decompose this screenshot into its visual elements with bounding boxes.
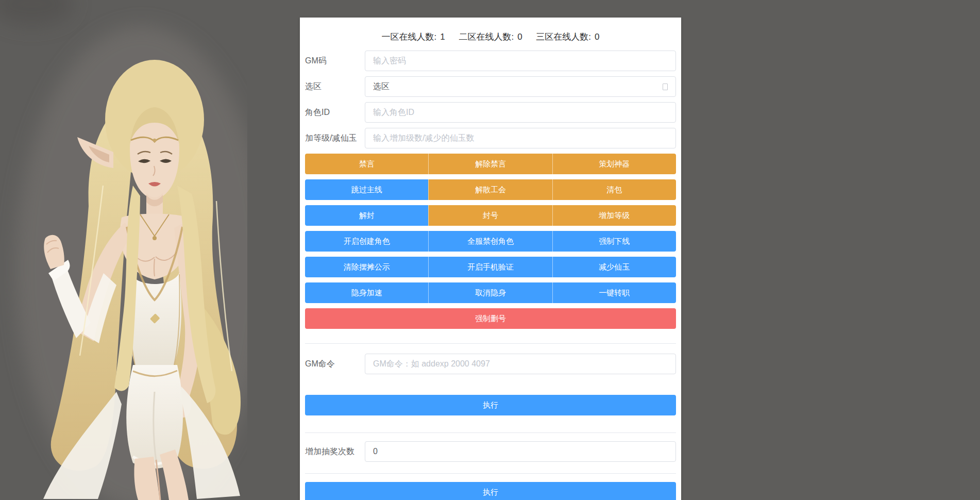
level-jade-row: 加等级/减仙玉 — [305, 128, 676, 148]
stealth-speed-button[interactable]: 隐身加速 — [305, 282, 428, 303]
online-stats: 一区在线人数:1 二区在线人数:0 三区在线人数:0 — [305, 30, 676, 44]
zone-row: 选区 选区 — [305, 76, 676, 97]
zone-select[interactable]: 选区 — [365, 76, 676, 97]
button-row-5: 清除摆摊公示 开启手机验证 减少仙玉 — [305, 257, 676, 277]
gm-panel: 一区在线人数:1 二区在线人数:0 三区在线人数:0 GM码 选区 选区 角色I… — [300, 18, 681, 500]
lottery-count-label: 增加抽奖次数 — [305, 441, 365, 462]
zone-label: 选区 — [305, 76, 365, 97]
section-divider — [305, 343, 676, 344]
disable-create-role-button[interactable]: 全服禁创角色 — [428, 231, 552, 252]
section-divider — [305, 432, 676, 433]
gm-command-label: GM命令 — [305, 354, 365, 374]
execute-button[interactable]: 执行 — [305, 395, 676, 415]
gm-code-input[interactable] — [365, 51, 676, 71]
change-class-button[interactable]: 一键转职 — [552, 282, 676, 303]
button-row-6: 隐身加速 取消隐身 一键转职 — [305, 282, 676, 303]
character-illustration — [0, 0, 247, 500]
force-offline-button[interactable]: 强制下线 — [552, 231, 676, 252]
reduce-jade-button[interactable]: 减少仙玉 — [552, 257, 676, 277]
gm-code-label: GM码 — [305, 51, 365, 71]
skip-mainline-button[interactable]: 跳过主线 — [305, 179, 428, 200]
button-row-4: 开启创建角色 全服禁创角色 强制下线 — [305, 231, 676, 252]
role-id-row: 角色ID — [305, 102, 676, 123]
disband-guild-button[interactable]: 解散工会 — [428, 179, 552, 200]
clear-stall-notice-button[interactable]: 清除摆摊公示 — [305, 257, 428, 277]
add-level-button[interactable]: 增加等级 — [552, 205, 676, 226]
cancel-stealth-button[interactable]: 取消隐身 — [428, 282, 552, 303]
ban-button[interactable]: 封号 — [428, 205, 552, 226]
button-row-2: 跳过主线 解散工会 清包 — [305, 179, 676, 200]
gm-code-row: GM码 — [305, 51, 676, 71]
enable-create-role-button[interactable]: 开启创建角色 — [305, 231, 428, 252]
role-id-input[interactable] — [365, 102, 676, 123]
execute-bottom-button[interactable]: 执行 — [305, 482, 676, 500]
gm-command-row: GM命令 — [305, 354, 676, 374]
zone2-online-stat: 二区在线人数:0 — [459, 30, 522, 44]
dropdown-caret-icon — [663, 84, 668, 90]
planner-tool-button[interactable]: 策划神器 — [552, 154, 676, 174]
zone1-online-stat: 一区在线人数:1 — [381, 30, 445, 44]
zone3-online-stat: 三区在线人数:0 — [536, 30, 599, 44]
unban-button[interactable]: 解封 — [305, 205, 428, 226]
gm-command-input[interactable] — [365, 354, 676, 374]
lottery-count-row: 增加抽奖次数 — [305, 441, 676, 462]
lottery-count-input[interactable] — [365, 441, 676, 462]
section-divider — [305, 473, 676, 474]
button-row-7: 强制删号 — [305, 308, 676, 329]
clear-bag-button[interactable]: 清包 — [552, 179, 676, 200]
unmute-button[interactable]: 解除禁言 — [428, 154, 552, 174]
button-row-3: 解封 封号 增加等级 — [305, 205, 676, 226]
level-jade-label: 加等级/减仙玉 — [305, 128, 365, 148]
phone-verify-button[interactable]: 开启手机验证 — [428, 257, 552, 277]
role-id-label: 角色ID — [305, 102, 365, 123]
force-delete-account-button[interactable]: 强制删号 — [305, 308, 676, 329]
zone-select-value: 选区 — [373, 81, 390, 92]
button-row-1: 禁言 解除禁言 策划神器 — [305, 154, 676, 174]
mute-button[interactable]: 禁言 — [305, 154, 428, 174]
level-jade-input[interactable] — [365, 128, 676, 148]
